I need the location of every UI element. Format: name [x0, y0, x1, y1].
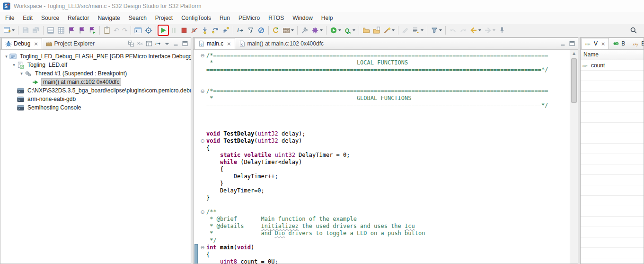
- variables-tab-b[interactable]: B: [609, 38, 629, 49]
- code-line[interactable]: ⊖/**: [199, 209, 570, 216]
- maximize-button[interactable]: [568, 40, 576, 47]
- search-wand-button[interactable]: [382, 26, 396, 35]
- code-line[interactable]: ⊖int main(void): [199, 244, 570, 251]
- menu-item-file[interactable]: File: [1, 13, 18, 23]
- code-line[interactable]: ⊖/*=====================================…: [199, 52, 570, 59]
- annotations-button[interactable]: [411, 26, 424, 35]
- menu-item-navigate[interactable]: Navigate: [93, 13, 124, 23]
- code-line[interactable]: {: [199, 251, 570, 258]
- menu-item-run[interactable]: Run: [215, 13, 234, 23]
- code-line[interactable]: [199, 123, 570, 130]
- new-wizard-button[interactable]: [310, 26, 324, 35]
- back-button[interactable]: [469, 26, 482, 35]
- dropdown-caret-icon[interactable]: [493, 29, 495, 31]
- coverage-button[interactable]: Q: [343, 26, 356, 35]
- refresh-button[interactable]: [271, 26, 281, 35]
- collapse-all-button[interactable]: [127, 40, 135, 47]
- variable-row[interactable]: (x)=count: [581, 60, 644, 71]
- close-icon[interactable]: ×: [601, 41, 605, 47]
- code-line[interactable]: [199, 73, 570, 81]
- fold-marker-icon[interactable]: ⊖: [199, 88, 206, 95]
- undo-button[interactable]: ↶: [113, 26, 120, 35]
- redo-button[interactable]: ↷: [121, 26, 129, 35]
- view-menu-button[interactable]: [163, 40, 171, 47]
- tree-node[interactable]: ▾Togling_LED_Debug_FLASH_PNE [GDB PEMicr…: [0, 52, 191, 61]
- code-line[interactable]: * and Dio drivers to toggle a LED on a p…: [199, 230, 570, 237]
- debug-tab-project-explorer[interactable]: Project Explorer: [42, 38, 98, 49]
- menu-item-rtos[interactable]: RTOS: [264, 13, 288, 23]
- previous-edit-button[interactable]: [448, 26, 458, 35]
- debug-tab-debug[interactable]: Debug×: [1, 38, 42, 49]
- dropdown-caret-icon[interactable]: [392, 29, 395, 31]
- peripherals-button[interactable]: [46, 26, 55, 35]
- tree-node[interactable]: Semihosting Console: [0, 103, 191, 112]
- minimize-button[interactable]: [172, 40, 180, 47]
- tree-node[interactable]: main() at main.c:102 0x400dfc: [0, 78, 191, 86]
- dropdown-caret-icon[interactable]: [320, 29, 323, 31]
- fold-marker-icon[interactable]: ⊖: [199, 137, 206, 145]
- console-button[interactable]: [133, 26, 143, 35]
- terminate-button[interactable]: [179, 26, 189, 35]
- code-line[interactable]: static volatile uint32 DelayTimer = 0;: [199, 152, 570, 159]
- dropdown-caret-icon[interactable]: [439, 29, 442, 31]
- code-line[interactable]: * LOCAL FUNCTIONS: [199, 59, 570, 66]
- code-line[interactable]: {: [199, 166, 570, 173]
- save-all-button[interactable]: [31, 26, 41, 35]
- code-line[interactable]: void TestDelay(uint32 delay);: [199, 130, 570, 137]
- code-line[interactable]: [199, 109, 570, 116]
- step-filters-button[interactable]: [246, 26, 256, 35]
- registers-button[interactable]: [56, 26, 66, 35]
- tools-button[interactable]: [300, 26, 309, 35]
- editor-tab-main-at-main-c-102-0x400dfc[interactable]: cmain() at main.c:102 0x400dfc: [235, 38, 327, 49]
- open-resource-button[interactable]: [372, 26, 381, 35]
- fold-marker-icon[interactable]: ⊖: [199, 244, 206, 251]
- tree-node[interactable]: ▾Thread #1 (Suspended : Breakpoint): [0, 69, 191, 78]
- step-over-button[interactable]: [211, 26, 220, 35]
- minimize-button[interactable]: [559, 40, 567, 47]
- next-edit-button[interactable]: [459, 26, 468, 35]
- code-line[interactable]: * @details Initializez the used drivers …: [199, 223, 570, 230]
- code-line[interactable]: [199, 81, 570, 88]
- code-line[interactable]: }: [199, 194, 570, 201]
- maximize-button[interactable]: [181, 40, 189, 47]
- variables-column-header[interactable]: Name: [581, 50, 644, 60]
- code-line[interactable]: */: [199, 237, 570, 244]
- code-line[interactable]: ========================================…: [199, 102, 570, 109]
- menu-item-configtools[interactable]: ConfigTools: [177, 13, 215, 23]
- dropdown-caret-icon[interactable]: [421, 29, 423, 31]
- dropdown-caret-icon[interactable]: [353, 29, 355, 31]
- config-export-button[interactable]: [67, 26, 76, 35]
- fold-marker-icon[interactable]: ⊖: [199, 209, 206, 216]
- code-line[interactable]: [199, 201, 570, 209]
- menu-item-edit[interactable]: Edit: [18, 13, 37, 23]
- save-button[interactable]: [21, 26, 30, 35]
- code-line[interactable]: DelayTimer=0;: [199, 187, 570, 194]
- code-line[interactable]: DelayTimer++;: [199, 173, 570, 180]
- tree-node[interactable]: C:\NXP\S32DS.3.5_bga_board\eclipse\plugi…: [0, 86, 191, 95]
- dropdown-caret-icon[interactable]: [12, 29, 15, 31]
- menu-item-help[interactable]: Help: [317, 13, 337, 23]
- instruction-stepping-button[interactable]: i: [154, 40, 162, 47]
- step-return-button[interactable]: [221, 26, 230, 35]
- dropdown-caret-icon[interactable]: [291, 29, 294, 31]
- tree-node[interactable]: ▾Togling_LED.elf: [0, 61, 191, 69]
- chevron-down-icon[interactable]: ▾: [18, 71, 25, 76]
- chevron-down-icon[interactable]: ▾: [11, 63, 17, 67]
- debug-layout-button[interactable]: [145, 40, 153, 47]
- forward-button[interactable]: [483, 26, 496, 35]
- menu-item-window[interactable]: Window: [288, 13, 317, 23]
- disconnect-button[interactable]: N: [190, 26, 199, 35]
- paste-button[interactable]: [102, 26, 112, 35]
- filters-button[interactable]: [430, 26, 443, 35]
- code-line[interactable]: {: [199, 145, 570, 152]
- close-icon[interactable]: ×: [227, 41, 231, 47]
- editor-tab-main-c[interactable]: cmain.c×: [194, 38, 235, 49]
- search-button[interactable]: [629, 26, 638, 35]
- config-run-button[interactable]: [88, 26, 97, 35]
- variables-tab-e[interactable]: x+yE: [629, 38, 644, 49]
- close-icon[interactable]: ×: [34, 41, 38, 47]
- skip-breakpoints-button[interactable]: [256, 26, 266, 35]
- instruction-stepping-button[interactable]: i: [236, 26, 245, 35]
- suspend-button[interactable]: [169, 26, 178, 35]
- fold-marker-icon[interactable]: ⊖: [199, 52, 206, 59]
